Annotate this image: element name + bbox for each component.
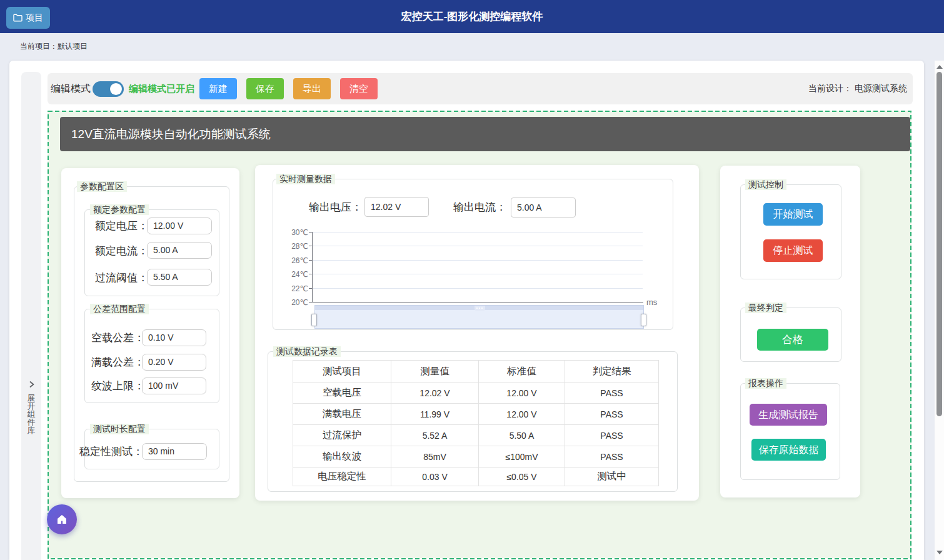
svg-text:22℃: 22℃ (291, 284, 308, 293)
svg-text:26℃: 26℃ (291, 256, 308, 265)
svg-text:24℃: 24℃ (291, 270, 308, 279)
svg-text:ms: ms (646, 298, 658, 307)
svg-text:20℃: 20℃ (291, 298, 308, 307)
svg-text:30℃: 30℃ (291, 228, 308, 237)
svg-text:28℃: 28℃ (291, 242, 308, 251)
